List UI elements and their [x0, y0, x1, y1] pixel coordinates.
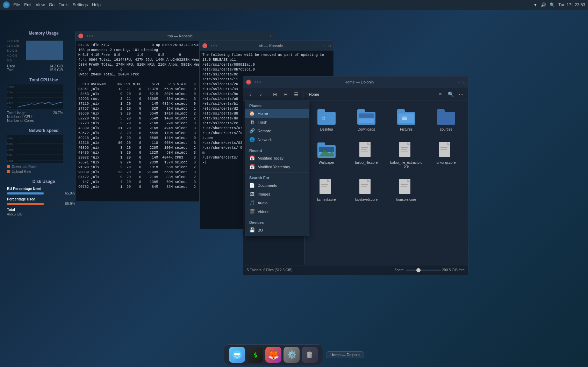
ctx-trash[interactable]: 🗑 Trash: [245, 118, 309, 126]
ctx-home[interactable]: 🏠 Home: [245, 109, 309, 118]
ctx-network-label: Network: [258, 138, 272, 142]
dolphin-forward-btn[interactable]: ›: [257, 90, 265, 98]
ctx-documents-icon: 📄: [249, 183, 255, 188]
konsole2-min-icon[interactable]: −: [323, 43, 325, 48]
menu-help[interactable]: Help: [92, 2, 101, 7]
kioslave5-icon: [357, 178, 376, 196]
file-item-downloads[interactable]: Downloads: [349, 105, 384, 134]
dock-settings[interactable]: ⚙️: [284, 347, 300, 363]
ctx-mod-yesterday[interactable]: 📅 Modified Yesterday: [245, 162, 309, 171]
dock: $ 🦊 ⚙️ 🗑: [224, 344, 323, 365]
file-item-kioslave5[interactable]: kioslave5.core: [349, 175, 384, 204]
konsole1-max-icon[interactable]: □: [271, 34, 273, 38]
dock-trash[interactable]: 🗑: [302, 347, 318, 363]
svg-text:0 B/s: 0 B/s: [7, 137, 13, 140]
topbar-volume-icon[interactable]: 🔊: [541, 2, 546, 7]
memory-section: Memory Usage 15.9 GiB 11.9 GiB 8.0 GiB 4…: [7, 31, 80, 72]
ctx-remote[interactable]: 🔗 Remote: [245, 126, 309, 135]
ctx-videos[interactable]: 🎬 Videos: [245, 207, 309, 216]
topbar-search-icon[interactable]: 🔍: [550, 2, 555, 7]
network-chart: 0 B/s 0 B/s 0 B/s 0 B/s 0 B/s: [7, 135, 63, 163]
dock-terminal[interactable]: $: [247, 347, 263, 363]
ctx-places-header: Places: [245, 102, 309, 109]
svg-text:8.0 GiB: 8.0 GiB: [7, 49, 17, 52]
dolphin-close-btn[interactable]: [246, 80, 251, 85]
dock-finder[interactable]: [229, 347, 245, 363]
svg-rect-77: [361, 184, 368, 185]
file-item-drkonqi[interactable]: drkonqi.core: [428, 138, 464, 171]
svg-rect-11: [26, 41, 63, 60]
dl-rate-label: Download Rate: [12, 165, 36, 169]
dock-firefox[interactable]: 🦊: [265, 347, 281, 363]
konsole1-close-btn[interactable]: [78, 34, 83, 38]
svg-text:4.0 GiB: 4.0 GiB: [7, 54, 17, 57]
cpu-stats: Total Usage 20.7% Number of CPUs Number …: [7, 111, 80, 123]
ctx-documents[interactable]: 📄 Documents: [245, 181, 309, 190]
menu-tools[interactable]: Tools: [59, 2, 69, 7]
konsole1-titlebar: · top — Konsole − □: [76, 31, 276, 41]
menu-edit[interactable]: Edit: [24, 2, 31, 7]
file-item-wallpaper[interactable]: Wallpaper: [309, 138, 344, 171]
baloo-extracto-icon: [396, 141, 416, 159]
dolphin-detail-view-btn[interactable]: ⊟: [281, 90, 290, 98]
file-name-sources: sources: [440, 127, 452, 131]
konsole1-menu-dots[interactable]: [87, 35, 93, 37]
breadcrumb-home[interactable]: Home: [309, 92, 319, 96]
file-item-sources[interactable]: sources: [428, 105, 464, 134]
svg-rect-59: [361, 147, 368, 148]
ctx-network[interactable]: 🌐 Network: [245, 135, 309, 144]
ctx-divider-1: [245, 145, 309, 145]
svg-rect-61: [361, 152, 368, 152]
menu-go[interactable]: Go: [49, 2, 55, 7]
konsole1-ctrl-right: − □: [265, 34, 273, 38]
menu-settings[interactable]: Settings: [73, 2, 88, 7]
dolphin-more-btn[interactable]: ⋯: [457, 90, 465, 98]
konsole2-menu-dots[interactable]: [211, 45, 217, 46]
dolphin-search-btn[interactable]: 🔍: [446, 90, 455, 98]
ctx-home-label: Home: [258, 111, 268, 116]
ctx-mod-today[interactable]: 📅 Modified Today: [245, 154, 309, 162]
zoom-thumb[interactable]: [416, 268, 421, 272]
svg-point-83: [232, 350, 242, 359]
cpu-title: Total CPU Use: [7, 78, 80, 82]
file-item-kcminit[interactable]: kcminit.core: [309, 175, 344, 204]
konsole2-max-icon[interactable]: □: [328, 43, 331, 48]
disk-total-val: 465.5 GiB: [7, 212, 22, 216]
zoom-track[interactable]: [406, 270, 441, 271]
menu-file[interactable]: File: [13, 2, 20, 7]
dolphin-main-area: 🖥 Desktop: [304, 101, 468, 265]
file-name-baloo-extracto: baloo_file_extracto.core: [390, 161, 423, 168]
wallpaper-folder-icon: [317, 141, 336, 159]
dolphin-grid-view-btn[interactable]: ⊞: [271, 90, 279, 98]
topbar-right: ▼ 🔊 🔍 Tue 17 | 23:53: [533, 2, 585, 7]
konsole2-close-btn[interactable]: [202, 43, 207, 48]
file-name-kioslave5: kioslave5.core: [355, 198, 378, 201]
ctx-videos-icon: 🎬: [249, 209, 255, 214]
dolphin-min-icon[interactable]: −: [458, 80, 460, 85]
dock-settings-wrapper: ⚙️: [284, 347, 300, 363]
ctx-images[interactable]: 🖼 Images: [245, 190, 309, 198]
dolphin-back-btn[interactable]: ‹: [246, 90, 254, 98]
ctx-bu[interactable]: 💾 BU: [245, 226, 309, 234]
dolphin-split-btn[interactable]: ⧉: [436, 90, 444, 98]
file-item-baloo-extracto[interactable]: baloo_file_extracto.core: [388, 138, 424, 171]
dolphin-menu-dots[interactable]: [254, 81, 261, 83]
file-item-baloo-file[interactable]: baloo_file.core: [349, 138, 384, 171]
file-item-desktop[interactable]: 🖥 Desktop: [309, 105, 344, 134]
file-item-pictures[interactable]: 🏔 Pictures: [388, 105, 424, 134]
dolphin-list-view-btn[interactable]: ☰: [292, 90, 300, 98]
menu-view[interactable]: View: [36, 2, 45, 7]
konsole2-title: · sh — Konsole: [219, 44, 321, 48]
konsole-core-icon: [396, 178, 416, 196]
topbar-dropdown-icon[interactable]: ▼: [533, 2, 537, 7]
file-item-konsole-core[interactable]: konsole.core: [388, 175, 424, 204]
ctx-audio[interactable]: 🎵 Audio: [245, 198, 309, 207]
konsole1-min-icon[interactable]: −: [265, 34, 268, 38]
drkonqi-icon: [436, 141, 456, 159]
dolphin-taskbar-label[interactable]: Home — Dolphin: [326, 351, 364, 358]
svg-text:🖥: 🖥: [320, 115, 326, 121]
svg-point-85: [237, 353, 240, 355]
settings-icon: ⚙️: [287, 350, 296, 359]
dolphin-ctrl-right: − □: [458, 80, 465, 85]
dolphin-max-icon[interactable]: □: [463, 80, 465, 85]
